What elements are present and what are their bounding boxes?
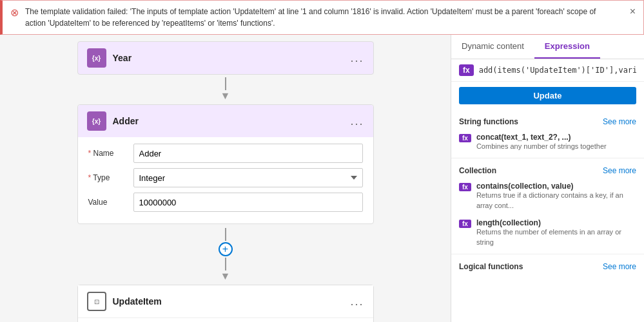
collection-see-more[interactable]: See more [603, 166, 636, 175]
value-input[interactable] [133, 193, 363, 212]
name-input[interactable] [133, 144, 363, 163]
adder-card-header: {x} Adder ... [78, 105, 373, 137]
update-item-menu[interactable]: ... [350, 295, 364, 308]
connector-1: ▼ [220, 77, 231, 102]
logical-functions-header: Logical functions See more [451, 257, 644, 274]
update-item-body: Select an output from previous steps fx … [78, 318, 373, 322]
connector-line-1 [225, 77, 226, 90]
type-select[interactable]: Integer [133, 168, 363, 187]
tab-dynamic-content[interactable]: Dynamic content [451, 35, 534, 59]
error-banner: ⊗ The template validation failed: 'The i… [0, 0, 644, 35]
contains-fx-icon: fx [459, 183, 471, 191]
concat-function-info: concat(text_1, text_2?, ...) Combines an… [476, 133, 636, 151]
right-panel: Dynamic content Expression fx Update Str… [451, 35, 644, 322]
year-card: {x} Year ... [77, 41, 374, 75]
connector-2: + ▼ [219, 228, 233, 282]
update-item-icon: ⊡ [87, 292, 106, 311]
error-icon: ⊗ [10, 6, 19, 19]
tab-expression[interactable]: Expression [534, 35, 600, 59]
length-function-info: length(collection) Returns the number of… [476, 218, 636, 247]
arrow-down-1: ▼ [220, 90, 231, 102]
string-functions-see-more[interactable]: See more [603, 117, 636, 126]
collection-header: Collection See more [451, 161, 644, 178]
value-label: Value [88, 198, 127, 207]
year-card-title: Year [113, 53, 344, 63]
year-card-menu[interactable]: ... [350, 52, 364, 65]
collection-title: Collection [459, 166, 496, 175]
concat-function-desc: Combines any number of strings together [476, 142, 636, 151]
update-item-card: ⊡ UpdateItem ... Select an output from p… [77, 285, 374, 322]
arrow-down-2: ▼ [220, 270, 231, 282]
logical-functions-title: Logical functions [459, 262, 523, 271]
name-row: Name [88, 144, 363, 163]
divider-2 [451, 254, 644, 254]
expression-bar: fx [451, 59, 644, 82]
contains-function-desc: Returns true if a dictionary contains a … [476, 191, 636, 211]
divider-1 [451, 158, 644, 158]
length-function-name[interactable]: length(collection) [476, 218, 636, 227]
string-functions-title: String functions [459, 117, 518, 126]
adder-card: {x} Adder ... Name Type Integer Value [77, 104, 374, 224]
adder-icon: {x} [87, 111, 106, 131]
concat-function-item: fx concat(text_1, text_2?, ...) Combines… [451, 129, 644, 155]
expression-input[interactable] [479, 66, 636, 75]
update-item-title: UpdateItem [113, 296, 344, 307]
type-row: Type Integer [88, 168, 363, 187]
canvas-area: {x} Year ... ▼ {x} Adder ... Name Type [0, 35, 451, 322]
adder-body: Name Type Integer Value [78, 137, 373, 223]
name-label: Name [88, 149, 127, 158]
connector-line-2 [225, 228, 226, 241]
add-step-button[interactable]: + [219, 242, 233, 256]
contains-function-info: contains(collection, value) Returns true… [476, 182, 636, 211]
main-area: {x} Year ... ▼ {x} Adder ... Name Type [0, 35, 644, 322]
concat-function-name[interactable]: concat(text_1, text_2?, ...) [476, 133, 636, 142]
type-label: Type [88, 173, 127, 182]
panel-tabs: Dynamic content Expression [451, 35, 644, 59]
adder-menu[interactable]: ... [350, 115, 364, 128]
functions-section: String functions See more fx concat(text… [451, 109, 644, 322]
adder-title: Adder [113, 116, 344, 126]
logical-functions-see-more[interactable]: See more [603, 262, 636, 271]
length-function-desc: Returns the number of elements in an arr… [476, 227, 636, 247]
update-item-header: ⊡ UpdateItem ... [78, 285, 373, 318]
concat-fx-icon: fx [459, 134, 471, 142]
contains-function-item: fx contains(collection, value) Returns t… [451, 178, 644, 214]
fx-label: fx [459, 64, 474, 76]
connector-line-3 [225, 258, 226, 270]
error-text: The template validation failed: 'The inp… [25, 6, 618, 29]
string-functions-header: String functions See more [451, 112, 644, 129]
update-button[interactable]: Update [459, 87, 636, 104]
length-function-item: fx length(collection) Returns the number… [451, 214, 644, 251]
year-card-icon: {x} [87, 48, 106, 68]
contains-function-name[interactable]: contains(collection, value) [476, 182, 636, 191]
length-fx-icon: fx [459, 220, 471, 228]
value-row: Value [88, 193, 363, 212]
close-icon[interactable]: × [630, 6, 636, 17]
